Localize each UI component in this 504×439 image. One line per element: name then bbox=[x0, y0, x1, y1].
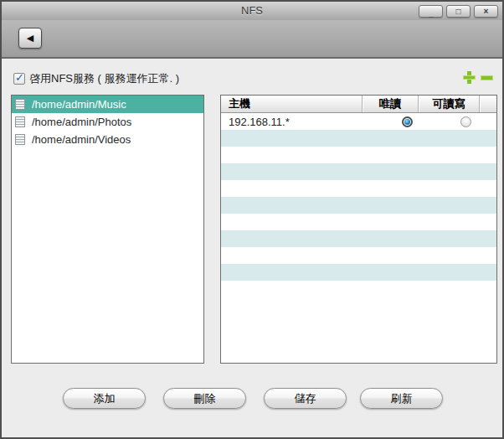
nfs-dialog-window: NFS _ □ × ◀ ✓ 啓用NFS服務 ( 服務運作正常. ) /home/… bbox=[0, 0, 504, 439]
read-write-cell bbox=[435, 116, 496, 127]
share-actions bbox=[463, 71, 493, 84]
save-button[interactable]: 儲存 bbox=[264, 388, 347, 409]
share-path-label: /home/admin/Music bbox=[32, 98, 126, 111]
read-only-cell bbox=[379, 116, 435, 127]
close-icon: × bbox=[484, 8, 489, 16]
refresh-button[interactable]: 刷新 bbox=[360, 388, 443, 409]
radio-dot bbox=[404, 119, 410, 125]
add-button[interactable]: 添加 bbox=[63, 388, 146, 409]
remove-host-icon[interactable] bbox=[481, 75, 493, 80]
empty-table-row bbox=[221, 130, 496, 147]
empty-table-row bbox=[221, 163, 496, 180]
toolbar: ◀ bbox=[2, 20, 502, 59]
close-button[interactable]: × bbox=[474, 5, 498, 18]
back-arrow-icon: ◀ bbox=[27, 33, 33, 44]
checkmark-icon: ✓ bbox=[15, 71, 24, 84]
folder-list-icon bbox=[15, 134, 25, 145]
empty-table-row bbox=[221, 247, 496, 264]
host-row: 192.168.11.* bbox=[221, 113, 496, 130]
maximize-button[interactable]: □ bbox=[446, 5, 471, 18]
host-address: 192.168.11.* bbox=[221, 116, 379, 128]
enable-nfs-label: 啓用NFS服務 ( 服務運作正常. ) bbox=[29, 71, 179, 86]
header-read-only: 唯讀 bbox=[362, 96, 418, 112]
share-path-label: /home/admin/Videos bbox=[32, 133, 131, 146]
enable-nfs-row: ✓ 啓用NFS服務 ( 服務運作正常. ) bbox=[13, 71, 179, 86]
empty-table-row bbox=[221, 214, 496, 230]
header-host: 主機 bbox=[221, 96, 362, 111]
table-header: 主機 唯讀 可讀寫 bbox=[221, 96, 496, 113]
folder-list-icon bbox=[15, 116, 25, 127]
empty-table-row bbox=[221, 264, 496, 281]
window-controls: _ □ × bbox=[419, 5, 498, 18]
list-item-photos[interactable]: /home/admin/Photos bbox=[12, 113, 203, 131]
enable-nfs-checkbox[interactable]: ✓ bbox=[13, 73, 25, 85]
header-read-write: 可讀寫 bbox=[418, 96, 479, 112]
minimize-icon: _ bbox=[429, 9, 434, 18]
back-button[interactable]: ◀ bbox=[18, 28, 42, 49]
empty-table-row bbox=[221, 230, 496, 247]
empty-table-row bbox=[221, 197, 496, 214]
title-bar[interactable]: NFS _ □ × bbox=[2, 2, 502, 20]
header-spacer bbox=[479, 96, 496, 112]
minimize-button[interactable]: _ bbox=[419, 5, 443, 18]
maximize-icon: □ bbox=[455, 8, 460, 16]
folder-list-icon bbox=[15, 99, 25, 110]
read-write-radio[interactable] bbox=[460, 116, 471, 127]
share-folder-list: /home/admin/Music /home/admin/Photos /ho… bbox=[11, 95, 204, 364]
delete-button[interactable]: 刪除 bbox=[163, 388, 246, 409]
list-item-music[interactable]: /home/admin/Music bbox=[12, 96, 203, 113]
empty-table-row bbox=[221, 180, 496, 197]
list-item-videos[interactable]: /home/admin/Videos bbox=[12, 131, 203, 148]
host-access-table: 主機 唯讀 可讀寫 192.168.11.* bbox=[220, 95, 497, 364]
add-host-icon[interactable] bbox=[463, 71, 476, 84]
read-only-radio[interactable] bbox=[402, 116, 413, 127]
empty-table-row bbox=[221, 147, 496, 163]
share-path-label: /home/admin/Photos bbox=[32, 116, 131, 128]
